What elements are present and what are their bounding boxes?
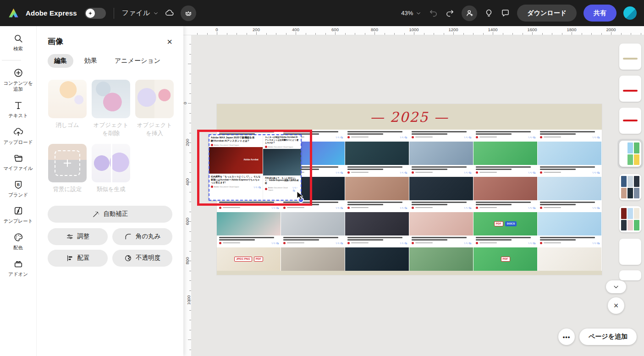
ruler-label: 400 <box>292 27 299 32</box>
badge-jpeg: JPEG PNG <box>234 257 252 262</box>
card-author-row: いいね <box>412 171 471 174</box>
ruler-tick <box>414 32 414 35</box>
card-title-block: いいね <box>538 165 602 177</box>
addon-icon <box>13 259 23 269</box>
collage-card[interactable]: いいね <box>281 236 345 271</box>
ruler-label: 400 <box>185 178 190 186</box>
file-menu[interactable]: ファイル <box>122 9 159 17</box>
sidebar-item-add-content[interactable]: コンテンツを追加 <box>2 68 35 93</box>
tool-eraser[interactable]: 消しゴム <box>48 80 87 137</box>
likes-label: いいね <box>336 241 343 244</box>
page-thumbnail[interactable] <box>619 108 641 134</box>
brand-icon: B <box>13 180 23 190</box>
likes-label: いいね <box>464 241 471 244</box>
canvas[interactable]: — 2025 — いいねいいねいいねいいねいいねいいねいいねいいねいいねいいねい… <box>191 35 644 356</box>
card-photo <box>473 177 538 200</box>
ruler-tick <box>394 33 395 35</box>
tool-label: オブジェクトを削除 <box>91 121 131 137</box>
collage-card[interactable]: いいね <box>538 200 602 236</box>
card-title-block: いいね <box>538 130 602 142</box>
lightbulb-icon[interactable] <box>484 8 494 18</box>
premium-crown-button[interactable] <box>181 5 196 21</box>
card-title-block: いいね <box>538 200 602 212</box>
page-thumbnail[interactable] <box>619 44 641 70</box>
sidebar-item-colors[interactable]: 配色 <box>2 232 35 251</box>
collage-card[interactable]: いいね <box>345 130 409 165</box>
ruler-tick <box>189 162 191 163</box>
ruler-tick <box>325 33 326 35</box>
ruler-tick <box>237 33 237 35</box>
ruler-label: 1600 <box>527 27 537 32</box>
collage-card[interactable]: いいねPDFDOCS <box>473 200 538 236</box>
page-thumbnail[interactable] <box>619 239 641 265</box>
collage-card[interactable]: いいね <box>217 200 281 236</box>
image-panel: 画像 × 編集効果アニメーション 消しゴムオブジェクトを削除オブジェクトを挿入背… <box>37 26 183 356</box>
cloud-sync-icon[interactable] <box>165 8 175 18</box>
page-thumbnail[interactable] <box>619 76 641 102</box>
corner-radius-button[interactable]: 角の丸み <box>112 228 172 245</box>
opacity-button[interactable]: 不透明度 <box>112 250 172 267</box>
card-title-block: いいね <box>345 200 409 212</box>
tool-generate-similar[interactable]: 類似を生成 <box>91 144 131 194</box>
assistant-toggle[interactable] <box>85 8 106 19</box>
auto-fix-button[interactable]: 自動補正 <box>48 206 172 223</box>
collage-card[interactable]: いいねJPEG PNGPDF <box>217 236 281 271</box>
adjust-button[interactable]: 調整 <box>48 228 108 245</box>
collage-card[interactable]: いいね <box>281 200 345 236</box>
tool-remove-object[interactable]: オブジェクトを削除 <box>91 80 131 137</box>
collage-card[interactable]: いいね <box>473 130 538 165</box>
person-add-icon <box>465 9 474 17</box>
tool-insert-object[interactable]: オブジェクトを挿入 <box>135 80 174 137</box>
sidebar-item-text[interactable]: テキスト <box>2 100 35 119</box>
collage-card[interactable]: いいね <box>345 200 409 236</box>
download-button[interactable]: ダウンロード <box>517 5 577 22</box>
page-thumbnail[interactable] <box>619 174 641 200</box>
collage-card[interactable]: いいね <box>409 130 473 165</box>
tab-edit[interactable]: 編集 <box>48 54 73 68</box>
collage-card[interactable]: いいね <box>538 165 602 200</box>
card-photo <box>263 149 301 175</box>
ruler-horizontal: 0200400600800100012001400160018002000 <box>183 26 644 35</box>
zoom-control[interactable]: 43% <box>401 10 422 16</box>
invite-people-button[interactable] <box>462 5 477 21</box>
collage-card[interactable]: いいね <box>409 236 473 271</box>
selected-image[interactable]: Adobe MAX Japan 2025で新機能を体験!Acrobat AIアシ… <box>209 135 301 200</box>
badge-docs: DOCS <box>505 221 517 226</box>
ruler-tick <box>542 33 543 35</box>
sidebar-item-brand[interactable]: Bブランド <box>2 180 35 198</box>
sidebar-item-templates[interactable]: テンプレート <box>2 206 35 225</box>
sidebar-item-addons[interactable]: アドオン <box>2 259 35 278</box>
align-button[interactable]: 配置 <box>48 250 108 267</box>
sparkle-icon <box>86 9 95 18</box>
collage-card[interactable]: いいね <box>345 236 409 271</box>
topbar: Adobe Express ファイル 43% <box>0 0 644 26</box>
redo-button[interactable] <box>445 8 455 18</box>
button-label: 配置 <box>77 254 90 262</box>
ruler-label: 600 <box>185 218 190 225</box>
collage-card[interactable]: いいねPDF <box>473 236 538 271</box>
comment-icon[interactable] <box>501 8 510 18</box>
undo-button[interactable] <box>429 8 438 18</box>
user-avatar[interactable] <box>623 6 637 20</box>
collage-card[interactable]: いいね <box>538 236 602 271</box>
tool-set-background[interactable]: 背景に設定 <box>48 144 87 194</box>
acrobat-logo-icon <box>347 171 350 174</box>
collage-card[interactable]: いいね <box>409 165 473 200</box>
page-thumbnail[interactable] <box>619 141 641 167</box>
page-thumbnail[interactable] <box>619 206 641 232</box>
close-icon[interactable]: × <box>167 37 172 46</box>
tab-animation[interactable]: アニメーション <box>108 54 167 68</box>
collage-card[interactable]: いいね <box>409 200 473 236</box>
sidebar-item-my-files[interactable]: マイファイル <box>2 153 35 172</box>
collage-card[interactable]: いいね <box>345 165 409 200</box>
share-button[interactable]: 共有 <box>583 5 616 22</box>
page-thumbnails <box>604 26 644 356</box>
sidebar-item-upload[interactable]: アップロード <box>2 127 35 146</box>
page-thumbnail[interactable] <box>619 270 641 280</box>
card-photo: PDFDOCS <box>473 212 538 236</box>
collage-card[interactable]: いいね <box>538 130 602 165</box>
tab-effects[interactable]: 効果 <box>78 54 104 68</box>
collage-card[interactable]: いいね <box>473 165 538 200</box>
folder-icon <box>13 153 23 163</box>
sidebar-item-search[interactable]: 検索 <box>2 33 35 52</box>
